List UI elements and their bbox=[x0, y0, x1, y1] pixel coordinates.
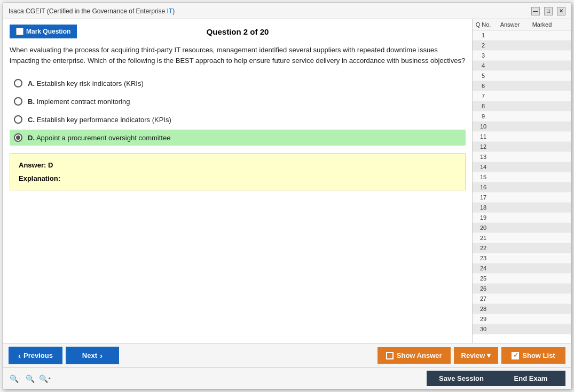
option-c[interactable]: C. Establish key performance indicators … bbox=[10, 111, 466, 127]
zoom-out-button[interactable]: 🔍- bbox=[9, 372, 21, 385]
close-button[interactable]: ✕ bbox=[557, 7, 565, 15]
list-item[interactable]: 17 bbox=[473, 193, 571, 203]
list-item[interactable]: 2 bbox=[473, 41, 571, 51]
qlist-body: 1 2 3 4 5 6 7 8 9 10 11 bbox=[473, 30, 571, 343]
qlist-col-marked: Marked bbox=[526, 21, 558, 28]
zoom-reset-button[interactable]: 🔍 bbox=[23, 372, 36, 385]
option-d[interactable]: D. Appoint a procurement oversight commi… bbox=[10, 130, 466, 146]
zoom-controls: 🔍- 🔍 🔍+ bbox=[9, 372, 51, 385]
question-title: Question 2 of 20 bbox=[207, 27, 269, 36]
list-item[interactable]: 10 bbox=[473, 122, 571, 132]
qlist-header: Q No. Answer Marked bbox=[473, 19, 571, 30]
radio-c[interactable] bbox=[14, 115, 22, 124]
list-item[interactable]: 3 bbox=[473, 51, 571, 61]
radio-b[interactable] bbox=[14, 97, 22, 106]
list-item[interactable]: 29 bbox=[473, 314, 571, 324]
list-item[interactable]: 5 bbox=[473, 71, 571, 81]
list-item[interactable]: 23 bbox=[473, 253, 571, 263]
show-list-icon bbox=[512, 352, 519, 359]
right-panel: Q No. Answer Marked 1 2 3 4 5 6 7 8 bbox=[472, 19, 571, 343]
show-answer-icon bbox=[386, 352, 394, 359]
list-item[interactable]: 19 bbox=[473, 213, 571, 223]
main-area: Mark Question Question 2 of 20 When eval… bbox=[3, 19, 571, 343]
show-list-button[interactable]: Show List bbox=[501, 347, 565, 364]
review-button[interactable]: Review ▾ bbox=[454, 347, 498, 364]
list-item[interactable]: 4 bbox=[473, 61, 571, 71]
list-item[interactable]: 25 bbox=[473, 274, 571, 284]
qlist-col-answer: Answer bbox=[494, 21, 526, 28]
list-item[interactable]: 26 bbox=[473, 284, 571, 294]
header-row: Mark Question Question 2 of 20 bbox=[10, 25, 466, 38]
mark-checkbox-icon bbox=[16, 28, 23, 35]
list-item[interactable]: 22 bbox=[473, 243, 571, 253]
bottom-toolbar: ‹ Previous Next › Show Answer Review ▾ S… bbox=[3, 343, 571, 367]
list-item[interactable]: 15 bbox=[473, 172, 571, 182]
next-button[interactable]: Next › bbox=[66, 347, 119, 364]
radio-a[interactable] bbox=[14, 79, 22, 87]
list-item[interactable]: 8 bbox=[473, 101, 571, 111]
minimize-button[interactable]: — bbox=[531, 7, 540, 15]
maximize-button[interactable]: □ bbox=[544, 7, 553, 15]
list-item[interactable]: 21 bbox=[473, 233, 571, 243]
list-item[interactable]: 14 bbox=[473, 162, 571, 172]
list-item[interactable]: 1 bbox=[473, 30, 571, 41]
list-item[interactable]: 9 bbox=[473, 111, 571, 122]
list-item[interactable]: 27 bbox=[473, 294, 571, 304]
mark-question-button[interactable]: Mark Question bbox=[10, 25, 77, 38]
list-item[interactable]: 13 bbox=[473, 152, 571, 162]
question-text: When evaluating the process for acquirin… bbox=[10, 45, 466, 66]
list-item[interactable]: 12 bbox=[473, 142, 571, 152]
answer-label: Answer: D bbox=[19, 161, 457, 169]
window-controls: — □ ✕ bbox=[531, 7, 565, 15]
previous-button[interactable]: ‹ Previous bbox=[9, 347, 62, 364]
answer-box: Answer: D Explanation: bbox=[10, 153, 466, 190]
save-session-button[interactable]: Save Session bbox=[427, 371, 496, 386]
list-item[interactable]: 30 bbox=[473, 324, 571, 334]
option-a[interactable]: A. Establish key risk indicators (KRIs) bbox=[10, 75, 466, 91]
explanation-label: Explanation: bbox=[19, 174, 457, 182]
list-item[interactable]: 28 bbox=[473, 304, 571, 314]
show-answer-button[interactable]: Show Answer bbox=[378, 347, 451, 364]
left-panel: Mark Question Question 2 of 20 When eval… bbox=[3, 19, 472, 343]
list-item[interactable]: 7 bbox=[473, 91, 571, 101]
list-item[interactable]: 20 bbox=[473, 223, 571, 233]
bottom-toolbar2: 🔍- 🔍 🔍+ Save Session End Exam bbox=[3, 367, 571, 389]
zoom-in-button[interactable]: 🔍+ bbox=[38, 372, 51, 385]
window-title: Isaca CGEIT (Certified in the Governance… bbox=[9, 7, 175, 15]
list-item[interactable]: 6 bbox=[473, 81, 571, 91]
titlebar: Isaca CGEIT (Certified in the Governance… bbox=[3, 3, 571, 19]
option-b[interactable]: B. Implement contract monitoring bbox=[10, 93, 466, 109]
app-window: Isaca CGEIT (Certified in the Governance… bbox=[3, 3, 571, 389]
end-exam-button[interactable]: End Exam bbox=[496, 371, 565, 386]
list-item[interactable]: 16 bbox=[473, 182, 571, 193]
list-item[interactable]: 24 bbox=[473, 263, 571, 274]
list-item[interactable]: 11 bbox=[473, 132, 571, 142]
qlist-col-num: Q No. bbox=[473, 21, 494, 28]
radio-d[interactable] bbox=[14, 133, 22, 142]
list-item[interactable]: 18 bbox=[473, 203, 571, 213]
